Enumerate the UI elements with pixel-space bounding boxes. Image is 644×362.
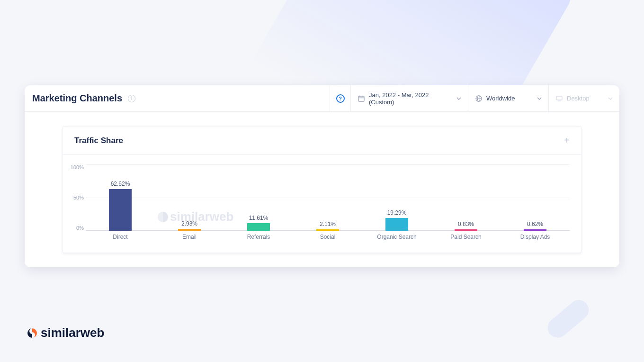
- x-tick-label: Social: [293, 234, 362, 240]
- page-title: Marketing Channels: [32, 93, 122, 104]
- y-axis: 100% 50% 0%: [67, 164, 84, 231]
- bar-column: 0.62%: [501, 164, 570, 231]
- calendar-icon: [358, 95, 365, 102]
- svg-rect-0: [358, 96, 364, 101]
- background-pill: [544, 296, 593, 342]
- y-tick: 0%: [67, 225, 84, 231]
- svg-rect-7: [556, 96, 562, 100]
- bar-value-label: 2.93%: [181, 220, 197, 227]
- info-icon[interactable]: i: [128, 95, 135, 102]
- bar-column: 0.83%: [431, 164, 501, 231]
- x-tick-label: Organic Search: [362, 234, 431, 240]
- card-header: Traffic Share +: [63, 127, 581, 155]
- y-tick: 100%: [67, 164, 84, 170]
- bar-column: 62.62%: [86, 164, 155, 231]
- bars-row: 62.62%2.93%11.61%2.11%19.29%0.83%0.62%: [86, 164, 570, 231]
- help-button[interactable]: ?: [330, 85, 350, 111]
- bar: [109, 189, 132, 231]
- chart-body: similarweb 100% 50% 0% 62.62%2.93%11.61%…: [63, 155, 581, 253]
- x-tick-label: Referrals: [224, 234, 293, 240]
- bar: [385, 218, 408, 231]
- brand-icon: [27, 327, 38, 339]
- chevron-down-icon: [456, 96, 461, 101]
- help-icon: ?: [336, 94, 345, 103]
- chart-title: Traffic Share: [74, 136, 123, 145]
- bar: [247, 223, 270, 231]
- bar-value-label: 0.62%: [527, 221, 543, 227]
- bar-value-label: 0.83%: [458, 221, 474, 227]
- y-tick: 50%: [67, 195, 84, 200]
- title-group: Marketing Channels i: [25, 85, 330, 111]
- x-axis: DirectEmailReferralsSocialOrganic Search…: [86, 234, 570, 240]
- x-tick-label: Paid Search: [431, 234, 501, 240]
- panel-header: Marketing Channels i ? Jan, 2022 - Mar, …: [25, 85, 619, 112]
- region-label: Worldwide: [486, 95, 515, 102]
- bar-value-label: 2.11%: [320, 221, 336, 227]
- x-tick-label: Display Ads: [501, 234, 570, 240]
- bar-column: 19.29%: [362, 164, 431, 231]
- bar-chart: 100% 50% 0% 62.62%2.93%11.61%2.11%19.29%…: [86, 164, 570, 240]
- date-range-label: Jan, 2022 - Mar, 2022 (Custom): [369, 91, 453, 106]
- bar: [455, 229, 477, 231]
- chevron-down-icon: [608, 96, 613, 101]
- bar: [316, 229, 339, 231]
- globe-icon: [475, 95, 483, 102]
- add-icon[interactable]: +: [564, 135, 570, 146]
- brand-logo: similarweb: [27, 326, 104, 340]
- bar: [178, 229, 201, 231]
- dashboard-panel: Marketing Channels i ? Jan, 2022 - Mar, …: [25, 85, 619, 267]
- bar-column: 11.61%: [224, 164, 293, 231]
- bar-value-label: 19.29%: [387, 209, 407, 216]
- device-dropdown: Desktop: [548, 85, 619, 111]
- date-range-dropdown[interactable]: Jan, 2022 - Mar, 2022 (Custom): [350, 85, 468, 111]
- bar-value-label: 62.62%: [111, 181, 130, 187]
- chevron-down-icon: [537, 96, 542, 101]
- desktop-icon: [555, 95, 563, 102]
- bar-column: 2.11%: [293, 164, 362, 231]
- x-tick-label: Email: [155, 234, 224, 240]
- device-label: Desktop: [567, 95, 590, 102]
- bar-column: 2.93%: [155, 164, 224, 231]
- bar-value-label: 11.61%: [249, 215, 268, 221]
- x-tick-label: Direct: [86, 234, 155, 240]
- brand-label: similarweb: [41, 326, 104, 340]
- bar: [524, 229, 546, 231]
- region-dropdown[interactable]: Worldwide: [468, 85, 548, 111]
- traffic-share-card: Traffic Share + similarweb 100% 50% 0%: [63, 126, 581, 253]
